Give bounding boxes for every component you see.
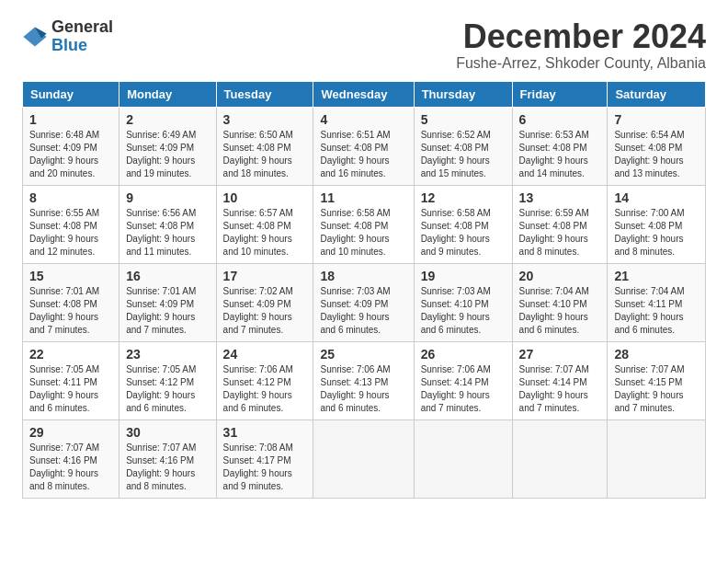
day-info: Sunrise: 6:50 AMSunset: 4:08 PMDaylight:… (223, 130, 293, 178)
calendar-cell (313, 419, 414, 498)
calendar-cell: 28 Sunrise: 7:07 AMSunset: 4:15 PMDaylig… (608, 341, 706, 419)
day-info: Sunrise: 6:54 AMSunset: 4:08 PMDaylight:… (614, 130, 684, 178)
day-number: 5 (421, 112, 506, 127)
calendar-cell: 13 Sunrise: 6:59 AMSunset: 4:08 PMDaylig… (512, 185, 608, 263)
day-info: Sunrise: 7:03 AMSunset: 4:09 PMDaylight:… (320, 286, 390, 335)
day-info: Sunrise: 6:55 AMSunset: 4:08 PMDaylight:… (29, 208, 99, 257)
calendar-cell: 12 Sunrise: 6:58 AMSunset: 4:08 PMDaylig… (414, 185, 512, 263)
day-info: Sunrise: 6:57 AMSunset: 4:08 PMDaylight:… (223, 208, 293, 257)
day-number: 23 (126, 347, 209, 362)
day-info: Sunrise: 7:01 AMSunset: 4:08 PMDaylight:… (29, 286, 99, 335)
day-number: 12 (421, 190, 506, 205)
calendar-cell: 21 Sunrise: 7:04 AMSunset: 4:11 PMDaylig… (608, 263, 706, 341)
day-number: 11 (320, 190, 406, 205)
weekday-header-sunday: Sunday (23, 81, 119, 107)
calendar-cell: 30 Sunrise: 7:07 AMSunset: 4:16 PMDaylig… (119, 419, 216, 498)
day-info: Sunrise: 6:48 AMSunset: 4:09 PMDaylight:… (29, 130, 99, 178)
calendar-cell: 15 Sunrise: 7:01 AMSunset: 4:08 PMDaylig… (23, 263, 119, 341)
day-info: Sunrise: 7:07 AMSunset: 4:16 PMDaylight:… (29, 442, 99, 491)
calendar-cell: 18 Sunrise: 7:03 AMSunset: 4:09 PMDaylig… (313, 263, 414, 341)
day-info: Sunrise: 7:02 AMSunset: 4:09 PMDaylight:… (223, 286, 293, 335)
day-number: 13 (519, 190, 601, 205)
calendar-cell: 5 Sunrise: 6:52 AMSunset: 4:08 PMDayligh… (414, 107, 512, 185)
day-info: Sunrise: 6:59 AMSunset: 4:08 PMDaylight:… (519, 208, 589, 257)
day-info: Sunrise: 7:06 AMSunset: 4:13 PMDaylight:… (320, 364, 390, 413)
calendar-cell: 7 Sunrise: 6:54 AMSunset: 4:08 PMDayligh… (608, 107, 706, 185)
day-number: 18 (320, 269, 406, 283)
logo-icon (22, 24, 48, 50)
day-info: Sunrise: 6:53 AMSunset: 4:08 PMDaylight:… (519, 130, 589, 178)
month-title: December 2024 (456, 18, 706, 55)
day-number: 9 (126, 190, 209, 205)
calendar-cell: 11 Sunrise: 6:58 AMSunset: 4:08 PMDaylig… (313, 185, 414, 263)
weekday-header-friday: Friday (512, 81, 608, 107)
day-number: 10 (223, 190, 307, 205)
calendar-week-2: 8 Sunrise: 6:55 AMSunset: 4:08 PMDayligh… (23, 185, 706, 263)
day-number: 29 (29, 425, 112, 440)
logo-blue: Blue (51, 37, 113, 55)
calendar-cell: 10 Sunrise: 6:57 AMSunset: 4:08 PMDaylig… (216, 185, 313, 263)
calendar-cell: 1 Sunrise: 6:48 AMSunset: 4:09 PMDayligh… (23, 107, 119, 185)
day-number: 8 (29, 190, 112, 205)
day-number: 3 (223, 112, 307, 127)
day-info: Sunrise: 7:06 AMSunset: 4:14 PMDaylight:… (421, 364, 491, 413)
day-info: Sunrise: 7:05 AMSunset: 4:11 PMDaylight:… (29, 364, 99, 413)
calendar-week-5: 29 Sunrise: 7:07 AMSunset: 4:16 PMDaylig… (23, 419, 706, 498)
calendar-cell: 17 Sunrise: 7:02 AMSunset: 4:09 PMDaylig… (216, 263, 313, 341)
calendar-cell: 22 Sunrise: 7:05 AMSunset: 4:11 PMDaylig… (23, 341, 119, 419)
location-subtitle: Fushe-Arrez, Shkoder County, Albania (456, 55, 706, 72)
weekday-header-wednesday: Wednesday (313, 81, 414, 107)
day-info: Sunrise: 7:07 AMSunset: 4:15 PMDaylight:… (614, 364, 684, 413)
day-info: Sunrise: 7:05 AMSunset: 4:12 PMDaylight:… (126, 364, 196, 413)
svg-marker-0 (23, 27, 46, 46)
day-info: Sunrise: 6:49 AMSunset: 4:09 PMDaylight:… (126, 130, 196, 178)
day-number: 19 (421, 269, 506, 283)
weekday-header-saturday: Saturday (608, 81, 706, 107)
day-info: Sunrise: 7:06 AMSunset: 4:12 PMDaylight:… (223, 364, 293, 413)
day-info: Sunrise: 7:07 AMSunset: 4:14 PMDaylight:… (519, 364, 589, 413)
day-info: Sunrise: 7:01 AMSunset: 4:09 PMDaylight:… (126, 286, 196, 335)
weekday-header-thursday: Thursday (414, 81, 512, 107)
day-number: 15 (29, 269, 112, 283)
calendar-cell: 26 Sunrise: 7:06 AMSunset: 4:14 PMDaylig… (414, 341, 512, 419)
calendar-cell: 14 Sunrise: 7:00 AMSunset: 4:08 PMDaylig… (608, 185, 706, 263)
day-number: 4 (320, 112, 406, 127)
day-number: 20 (519, 269, 601, 283)
calendar-cell: 29 Sunrise: 7:07 AMSunset: 4:16 PMDaylig… (23, 419, 119, 498)
day-info: Sunrise: 7:04 AMSunset: 4:10 PMDaylight:… (519, 286, 589, 335)
day-number: 2 (126, 112, 209, 127)
day-info: Sunrise: 7:03 AMSunset: 4:10 PMDaylight:… (421, 286, 491, 335)
calendar-cell (414, 419, 512, 498)
day-number: 1 (29, 112, 112, 127)
day-number: 24 (223, 347, 307, 362)
day-info: Sunrise: 6:58 AMSunset: 4:08 PMDaylight:… (421, 208, 491, 257)
calendar-cell: 27 Sunrise: 7:07 AMSunset: 4:14 PMDaylig… (512, 341, 608, 419)
day-number: 7 (614, 112, 699, 127)
calendar-cell: 23 Sunrise: 7:05 AMSunset: 4:12 PMDaylig… (119, 341, 216, 419)
day-info: Sunrise: 7:07 AMSunset: 4:16 PMDaylight:… (126, 442, 196, 491)
day-info: Sunrise: 6:58 AMSunset: 4:08 PMDaylight:… (320, 208, 390, 257)
calendar-cell: 19 Sunrise: 7:03 AMSunset: 4:10 PMDaylig… (414, 263, 512, 341)
calendar-cell: 4 Sunrise: 6:51 AMSunset: 4:08 PMDayligh… (313, 107, 414, 185)
day-info: Sunrise: 6:52 AMSunset: 4:08 PMDaylight:… (421, 130, 491, 178)
day-number: 31 (223, 425, 307, 440)
day-info: Sunrise: 6:56 AMSunset: 4:08 PMDaylight:… (126, 208, 196, 257)
calendar-week-1: 1 Sunrise: 6:48 AMSunset: 4:09 PMDayligh… (23, 107, 706, 185)
day-number: 26 (421, 347, 506, 362)
calendar-cell: 6 Sunrise: 6:53 AMSunset: 4:08 PMDayligh… (512, 107, 608, 185)
calendar-cell: 9 Sunrise: 6:56 AMSunset: 4:08 PMDayligh… (119, 185, 216, 263)
calendar-header-row: SundayMondayTuesdayWednesdayThursdayFrid… (23, 81, 706, 107)
day-number: 6 (519, 112, 601, 127)
calendar-cell: 20 Sunrise: 7:04 AMSunset: 4:10 PMDaylig… (512, 263, 608, 341)
title-area: December 2024 Fushe-Arrez, Shkoder Count… (456, 18, 706, 72)
page-header: General Blue December 2024 Fushe-Arrez, … (22, 18, 706, 72)
calendar-cell: 3 Sunrise: 6:50 AMSunset: 4:08 PMDayligh… (216, 107, 313, 185)
weekday-header-monday: Monday (119, 81, 216, 107)
calendar-cell: 8 Sunrise: 6:55 AMSunset: 4:08 PMDayligh… (23, 185, 119, 263)
weekday-header-tuesday: Tuesday (216, 81, 313, 107)
day-number: 25 (320, 347, 406, 362)
day-info: Sunrise: 7:04 AMSunset: 4:11 PMDaylight:… (614, 286, 684, 335)
calendar-cell: 24 Sunrise: 7:06 AMSunset: 4:12 PMDaylig… (216, 341, 313, 419)
day-info: Sunrise: 7:00 AMSunset: 4:08 PMDaylight:… (614, 208, 684, 257)
calendar-week-3: 15 Sunrise: 7:01 AMSunset: 4:08 PMDaylig… (23, 263, 706, 341)
